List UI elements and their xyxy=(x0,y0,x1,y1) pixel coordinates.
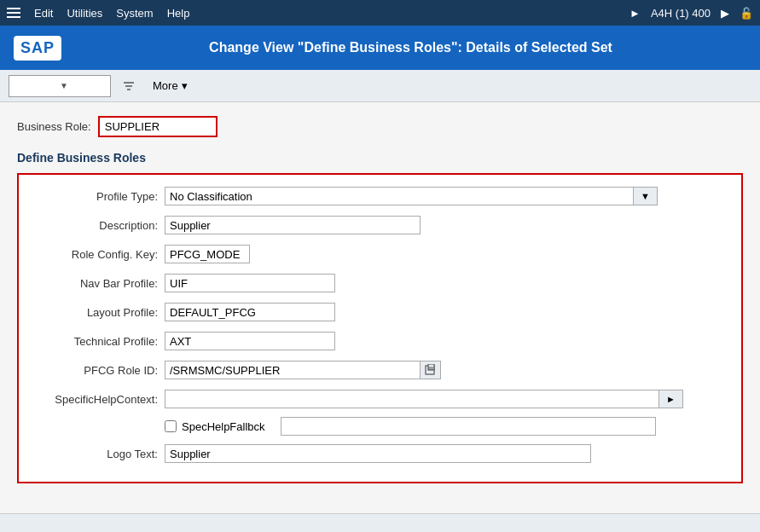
section-title: Define Business Roles xyxy=(17,151,743,165)
status-bar xyxy=(0,513,760,532)
profile-type-row: Profile Type: ▼ xyxy=(32,185,728,207)
profile-type-label: Profile Type: xyxy=(32,190,165,203)
browse-icon xyxy=(425,364,437,376)
title-bar-menus: Edit Utilities System Help xyxy=(34,7,189,20)
hamburger-icon[interactable] xyxy=(7,8,20,18)
role-config-key-row: Role Config. Key: xyxy=(32,243,728,265)
role-config-key-label: Role Config. Key: xyxy=(32,248,165,261)
pfcg-role-id-input[interactable] xyxy=(165,361,421,379)
nav-bar-profile-input[interactable] xyxy=(165,274,335,292)
more-chevron-icon: ▾ xyxy=(182,79,188,92)
pfcg-role-id-label: PFCG Role ID: xyxy=(32,364,165,377)
description-label: Description: xyxy=(32,219,165,232)
logo-text-input[interactable] xyxy=(165,444,591,463)
toolbar-select[interactable]: ▼ xyxy=(9,75,111,97)
filter-button[interactable] xyxy=(118,75,140,97)
menu-system[interactable]: System xyxy=(116,7,153,20)
logo-text-row: Logo Text: xyxy=(32,442,728,465)
system-info: A4H (1) 400 xyxy=(651,7,711,20)
title-bar: Edit Utilities System Help ► A4H (1) 400… xyxy=(0,0,760,26)
menu-utilities[interactable]: Utilities xyxy=(67,7,102,20)
title-bar-left: Edit Utilities System Help xyxy=(7,7,189,20)
profile-type-container: ▼ xyxy=(165,187,728,205)
lock-icon[interactable]: 🔓 xyxy=(740,7,753,20)
specific-help-context-input[interactable] xyxy=(165,390,659,408)
app-title: Change View "Define Business Roles": Det… xyxy=(75,40,746,55)
app-header: SAP Change View "Define Business Roles":… xyxy=(0,26,760,70)
form-panel: Profile Type: ▼ Description: Role Config… xyxy=(17,173,743,483)
chevron-down-icon: ▼ xyxy=(60,81,105,90)
description-row: Description: xyxy=(32,214,728,236)
business-role-label: Business Role: xyxy=(17,120,91,133)
pfcg-role-id-browse-btn[interactable] xyxy=(421,361,441,379)
spec-help-fallback-row: SpecHelpFallbck xyxy=(32,417,728,436)
layout-profile-input[interactable] xyxy=(165,303,335,321)
pfcg-role-id-row: PFCG Role ID: xyxy=(32,359,728,381)
content-area: Business Role: Define Business Roles Pro… xyxy=(0,102,760,497)
more-button[interactable]: More ▾ xyxy=(147,75,194,97)
specific-help-context-row: SpecificHelpContext: ► xyxy=(32,388,728,410)
technical-profile-input[interactable] xyxy=(165,332,335,350)
specific-help-context-label: SpecificHelpContext: xyxy=(32,393,165,406)
arrow-right-icon[interactable]: ► xyxy=(629,7,641,20)
technical-profile-row: Technical Profile: xyxy=(32,330,728,352)
layout-profile-row: Layout Profile: xyxy=(32,301,728,323)
logo-text-label: Logo Text: xyxy=(32,448,165,460)
layout-profile-label: Layout Profile: xyxy=(32,306,165,319)
menu-help[interactable]: Help xyxy=(167,7,190,20)
specific-help-context-btn[interactable]: ► xyxy=(659,390,683,408)
filter-icon xyxy=(122,79,136,93)
profile-type-input[interactable] xyxy=(165,187,634,205)
menu-edit[interactable]: Edit xyxy=(34,7,53,20)
nav-bar-profile-label: Nav Bar Profile: xyxy=(32,277,165,290)
spec-help-fallback-checkbox[interactable] xyxy=(165,420,177,432)
play-icon[interactable]: ▶ xyxy=(721,7,729,20)
technical-profile-label: Technical Profile: xyxy=(32,335,165,348)
spec-help-fallback-input[interactable] xyxy=(281,417,656,436)
business-role-input[interactable] xyxy=(98,116,218,137)
title-bar-right: ► A4H (1) 400 ▶ 🔓 xyxy=(629,7,753,20)
more-label: More xyxy=(153,79,178,92)
role-config-key-input[interactable] xyxy=(165,245,250,263)
toolbar: ▼ More ▾ xyxy=(0,70,760,102)
profile-type-dropdown-btn[interactable]: ▼ xyxy=(634,187,658,205)
business-role-row: Business Role: xyxy=(17,116,743,137)
spec-help-fallback-label: SpecHelpFallbck xyxy=(182,420,265,433)
spec-help-fallback-area: SpecHelpFallbck xyxy=(165,417,656,436)
sap-logo: SAP xyxy=(14,36,61,61)
nav-bar-profile-row: Nav Bar Profile: xyxy=(32,272,728,294)
pfcg-role-id-container xyxy=(165,361,441,379)
description-input[interactable] xyxy=(165,216,421,234)
